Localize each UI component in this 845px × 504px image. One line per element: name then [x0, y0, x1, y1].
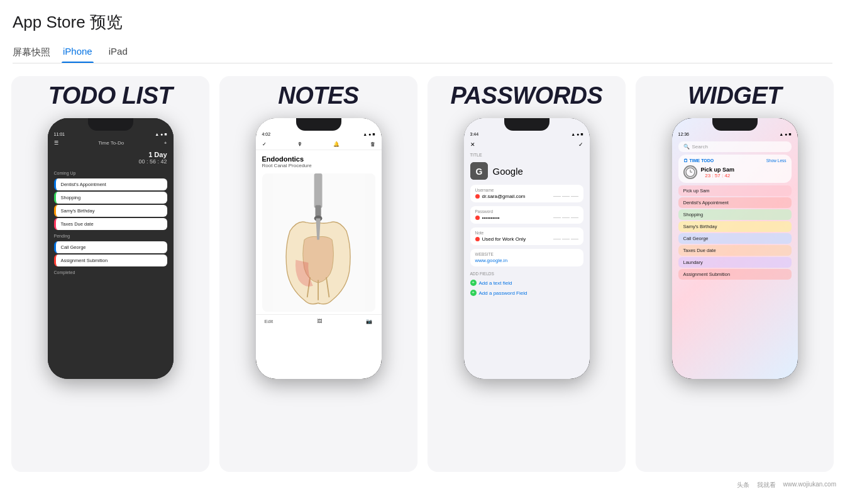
phone-screen-widget: 12:36 ▲ ● ■ 🔍 Search 🗒 TIME TODO — [672, 118, 798, 379]
tab-ipad[interactable]: iPad — [108, 42, 129, 63]
list-item: Pick up Sam — [678, 185, 792, 196]
notes-bell-icon: 🔔 — [333, 141, 340, 147]
todo-nav-title: Time To-Do — [98, 140, 124, 146]
notes-title-area: Endodontics Root Canal Procedure — [256, 150, 382, 171]
svg-rect-2 — [315, 205, 321, 216]
card-passwords-title: PASSWORDS — [451, 82, 603, 109]
pass-add-password-label: Add a password Field — [479, 290, 527, 296]
phone-notch-todo — [88, 118, 133, 131]
pass-lines2 — [553, 217, 578, 218]
list-item: Laundary — [678, 257, 792, 268]
notes-edit-label: Edit — [265, 319, 273, 324]
card-passwords: PASSWORDS 3:44 ▲ ● ■ ✕ ✓ TITLE G — [428, 76, 626, 472]
pass-note-status — [475, 237, 480, 241]
tabs-row: 屏幕快照 iPhone iPad — [13, 42, 832, 63]
list-item: Call George — [678, 233, 792, 244]
pass-username-value: dr.sara@gmail.com — [482, 194, 551, 199]
widget-title-row: Pick up Sam 23 : 57 : 42 — [683, 165, 787, 179]
notes-voice-icon: 🎙 — [297, 141, 302, 147]
widget-card-header: 🗒 TIME TODO Show Less — [683, 158, 787, 163]
widget-show-less[interactable]: Show Less — [766, 158, 787, 163]
todo-timer-section: 1 Day 00 : 56 : 42 — [48, 150, 174, 168]
pass-note-row: Used for Work Only — [475, 236, 578, 242]
pass-add-text-label: Add a text field — [479, 280, 512, 286]
pass-site-icon: G — [470, 162, 488, 180]
todo-day-label: 1 Day — [54, 151, 167, 158]
todo-completed-label: Completed — [48, 268, 174, 277]
todo-timer: 00 : 56 : 42 — [54, 158, 167, 165]
phone-notch-passwords — [504, 118, 550, 131]
list-item: Shopping — [54, 192, 167, 204]
pass-password-row: •••••••••• — [475, 215, 578, 221]
pass-note-group: Note Used for Work Only — [470, 227, 583, 245]
pass-website-label: WEBSITE — [475, 252, 578, 256]
pass-password-status — [475, 216, 480, 220]
widget-search-placeholder: Search — [692, 144, 708, 150]
pass-close-icon: ✕ — [470, 141, 475, 148]
pass-add-password-btn[interactable]: + Add a password Field — [470, 288, 583, 298]
list-item: Assignment Submition — [678, 269, 792, 280]
pass-add-text-icon: + — [470, 280, 477, 286]
list-item: Taxes Due date — [54, 218, 167, 230]
widget-timer: 23 : 57 : 42 — [701, 173, 735, 178]
list-item: Samy's Birthday — [678, 221, 792, 232]
notes-photo-icon: 🖼 — [317, 319, 322, 324]
pass-icons: ▲ ● ■ — [571, 132, 583, 136]
pass-nav: ✕ ✓ — [464, 139, 590, 153]
pass-password-label: Password — [475, 209, 578, 214]
watermarks-area: 头条 我就看 www.wojiukan.com — [0, 478, 845, 492]
tab-iphone[interactable]: iPhone — [62, 42, 94, 63]
card-todo-title: TODO LIST — [48, 82, 172, 109]
svg-text:G: G — [475, 167, 482, 177]
notes-time: 4:02 — [262, 132, 271, 136]
widget-brand-icon: 🗒 — [683, 158, 688, 163]
todo-nav-plus: + — [164, 140, 167, 146]
page-title: App Store 预览 — [13, 11, 832, 33]
list-item: Dentist's Appointment — [54, 178, 167, 190]
todo-nav: ☰ Time To-Do + — [48, 139, 174, 150]
pass-website-group: WEBSITE www.google.in — [470, 249, 583, 266]
pass-username-group: Username dr.sara@gmail.com — [470, 185, 583, 202]
todo-coming-up-label: Coming Up — [48, 168, 174, 177]
notes-camera-icon: 📷 — [366, 319, 372, 324]
notes-bottom-bar: Edit 🖼 📷 — [256, 314, 382, 328]
widget-card: 🗒 TIME TODO Show Less Pick up Sam — [678, 155, 792, 183]
widget-brand: 🗒 TIME TODO — [683, 158, 714, 163]
phone-notch-notes — [296, 118, 341, 131]
phone-notes: 4:02 ▲ ● ■ ✓ 🎙 🔔 🗑 Endodontics Root Cana… — [256, 118, 382, 379]
card-widget: WIDGET 12:36 ▲ ● ■ 🔍 Search — [636, 76, 834, 472]
pass-add-text-btn[interactable]: + Add a text field — [470, 278, 583, 288]
pass-add-fields: ADD FIELDS + Add a text field + Add a pa… — [470, 269, 583, 298]
pass-title-row: G Google — [464, 160, 590, 185]
pass-time: 3:44 — [470, 132, 479, 136]
notes-image-area — [262, 173, 375, 312]
card-todo: TODO LIST 11:01 ▲ ● ■ ☰ Time To-Do + 1 D… — [11, 76, 209, 472]
list-item: Call George — [54, 241, 167, 253]
clock-icon — [683, 165, 697, 179]
pass-website-value: www.google.in — [475, 258, 578, 263]
phone-screen-todo: 11:01 ▲ ● ■ ☰ Time To-Do + 1 Day 00 : 56… — [48, 118, 174, 379]
widget-main-title: Pick up Sam — [701, 167, 735, 173]
watermark-url: www.wojiukan.com — [783, 481, 836, 490]
card-widget-title: WIDGET — [688, 82, 781, 109]
phone-todo: 11:01 ▲ ● ■ ☰ Time To-Do + 1 Day 00 : 56… — [48, 118, 174, 379]
widget-icons: ▲ ● ■ — [779, 132, 791, 136]
phone-passwords: 3:44 ▲ ● ■ ✕ ✓ TITLE G Google — [464, 118, 590, 379]
tooth-illustration — [262, 173, 375, 312]
phone-notch-widget — [712, 118, 758, 131]
watermark-wojukan: 我就看 — [757, 481, 776, 490]
list-item: Taxes Due date — [678, 245, 792, 256]
card-notes: NOTES 4:02 ▲ ● ■ ✓ 🎙 🔔 🗑 Endod — [219, 76, 417, 472]
pass-password-group: Password •••••••••• — [470, 206, 583, 224]
todo-time: 11:01 — [54, 132, 65, 136]
pass-add-password-icon: + — [470, 290, 477, 296]
pass-lines3 — [553, 239, 578, 239]
list-item: Samy's Birthday — [54, 205, 167, 217]
widget-search-bar[interactable]: 🔍 Search — [678, 141, 792, 152]
phone-widget: 12:36 ▲ ● ■ 🔍 Search 🗒 TIME TODO — [672, 118, 798, 379]
notes-toolbar: ✓ 🎙 🔔 🗑 — [256, 139, 382, 150]
screenshots-row: TODO LIST 11:01 ▲ ● ■ ☰ Time To-Do + 1 D… — [0, 63, 845, 478]
todo-icons: ▲ ● ■ — [155, 132, 167, 136]
pass-add-fields-label: ADD FIELDS — [470, 269, 583, 278]
pass-title-label: TITLE — [464, 153, 590, 160]
